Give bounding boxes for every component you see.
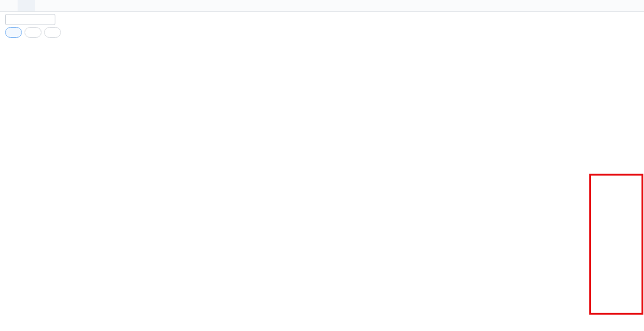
period-select[interactable] bbox=[5, 14, 55, 25]
tab-annual-revenue[interactable] bbox=[35, 0, 53, 11]
freq-month-button[interactable] bbox=[5, 27, 22, 38]
revenue-bar-chart bbox=[0, 38, 644, 167]
frequency-toggle bbox=[5, 27, 61, 38]
revenue-detail-page bbox=[0, 0, 644, 331]
tab-revenue-trend[interactable] bbox=[0, 0, 18, 11]
tab-revenue-detail[interactable] bbox=[18, 0, 35, 11]
freq-quarter-button[interactable] bbox=[25, 27, 42, 38]
freq-year-button[interactable] bbox=[44, 27, 61, 38]
highlight-box bbox=[589, 174, 643, 315]
tab-bar bbox=[0, 0, 644, 12]
